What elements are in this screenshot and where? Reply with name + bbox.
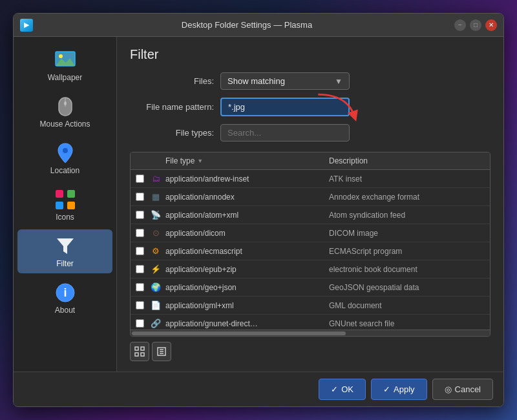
row-filetype-cell: application/andrew-inset (163, 174, 326, 184)
expand-all-button[interactable] (130, 342, 149, 361)
table-row: ⚡ application/epub+zip electronic book d… (131, 260, 490, 278)
row-checkbox-input[interactable] (136, 211, 144, 219)
row-checkbox-input[interactable] (136, 229, 144, 237)
header-description-col: Description (326, 156, 490, 165)
svg-rect-18 (135, 353, 138, 356)
row-checkbox[interactable] (131, 247, 149, 255)
row-checkbox[interactable] (131, 301, 149, 310)
row-checkbox-input[interactable] (136, 247, 144, 255)
row-checkbox[interactable] (131, 174, 149, 183)
sidebar-item-about[interactable]: i About (17, 276, 112, 320)
ok-button[interactable]: ✓ OK (319, 379, 366, 400)
location-icon (54, 142, 77, 165)
sidebar-item-icons[interactable]: Icons (17, 183, 112, 227)
app-icon: ▶ (20, 19, 33, 32)
horizontal-scrollbar[interactable] (131, 330, 490, 336)
apply-check-icon: ✓ (383, 384, 390, 394)
apply-button[interactable]: ✓ Apply (371, 379, 427, 400)
collapse-all-button[interactable] (152, 342, 171, 361)
row-description-cell: Atom syndication feed (326, 211, 490, 220)
file-types-search-input[interactable] (220, 124, 350, 142)
sidebar-item-location[interactable]: Location (17, 136, 112, 180)
file-name-pattern-input[interactable]: *.jpg (220, 98, 350, 116)
files-label: Files: (130, 76, 214, 86)
cancel-label: Cancel (455, 384, 481, 394)
header-checkbox-col (131, 156, 149, 165)
sidebar-item-icons-label: Icons (56, 213, 74, 222)
row-filetype-cell: application/annodex (163, 193, 326, 202)
sidebar-item-wallpaper[interactable]: Wallpaper (17, 43, 112, 87)
cancel-button[interactable]: ◎ Cancel (432, 379, 493, 400)
row-file-icon: ⚙ (149, 246, 163, 256)
row-file-icon: 🗂 (149, 174, 163, 184)
page-title: Filter (130, 47, 491, 62)
table-row: 📄 application/gml+xml GML document (131, 297, 490, 315)
row-file-icon: 🌍 (149, 282, 163, 292)
svg-point-7 (63, 148, 68, 153)
titlebar: ▶ Desktop Folder Settings — Plasma − □ ✕ (14, 14, 503, 37)
row-checkbox[interactable] (131, 211, 149, 219)
svg-rect-10 (56, 202, 63, 209)
row-checkbox-input[interactable] (136, 193, 144, 201)
svg-rect-16 (135, 347, 138, 350)
row-file-icon: ⊙ (149, 228, 163, 238)
header-filetype-col[interactable]: File type ▼ (163, 156, 326, 165)
sidebar-item-wallpaper-label: Wallpaper (48, 73, 83, 82)
sidebar-item-mouse-actions[interactable]: Mouse Actions (17, 90, 112, 134)
file-types-table: File type ▼ Description 🗂 application/an… (130, 152, 491, 337)
bottom-toolbar (130, 337, 491, 361)
files-row: Files: Show matching ▼ (130, 72, 491, 90)
table-header: File type ▼ Description (131, 152, 490, 170)
scrollbar-thumb (132, 331, 346, 335)
sidebar-item-about-label: About (55, 306, 75, 315)
window-title: Desktop Folder Settings — Plasma (39, 20, 454, 30)
row-checkbox-input[interactable] (136, 319, 144, 328)
apply-label: Apply (394, 384, 415, 394)
svg-rect-9 (67, 190, 75, 198)
ok-check-icon: ✓ (331, 384, 338, 394)
collapse-all-icon (156, 346, 167, 357)
svg-rect-8 (56, 190, 63, 198)
row-checkbox-input[interactable] (136, 174, 144, 183)
icons-icon (54, 188, 77, 211)
row-description-cell: electronic book document (326, 265, 490, 274)
ok-label: OK (341, 384, 353, 394)
row-filetype-cell: application/dicom (163, 229, 326, 238)
maximize-button[interactable]: □ (470, 19, 481, 31)
row-filetype-cell: application/geo+json (163, 283, 326, 292)
table-row: 📡 application/atom+xml Atom syndication … (131, 206, 490, 224)
row-checkbox-input[interactable] (136, 283, 144, 291)
table-row: ⊙ application/dicom DICOM image (131, 224, 490, 242)
content-area: Wallpaper Mouse Actions (14, 37, 503, 372)
main-window: ▶ Desktop Folder Settings — Plasma − □ ✕ (13, 13, 504, 407)
minimize-button[interactable]: − (454, 19, 466, 31)
row-checkbox[interactable] (131, 265, 149, 273)
files-dropdown[interactable]: Show matching ▼ (220, 72, 350, 90)
close-button[interactable]: ✕ (485, 19, 497, 31)
sidebar-item-filter[interactable]: Filter (17, 229, 112, 273)
row-checkbox-input[interactable] (136, 301, 144, 310)
row-checkbox[interactable] (131, 193, 149, 201)
row-checkbox[interactable] (131, 283, 149, 291)
row-checkbox[interactable] (131, 229, 149, 237)
expand-all-icon (134, 346, 145, 357)
sort-icon: ▼ (197, 158, 203, 164)
row-filetype-cell: application/ecmascript (163, 247, 326, 256)
row-description-cell: GML document (326, 301, 490, 310)
mouse-icon (54, 95, 77, 118)
svg-rect-17 (141, 347, 144, 350)
svg-marker-12 (57, 238, 74, 254)
svg-point-6 (64, 101, 67, 105)
table-row: ▦ application/annodex Annodex exchange f… (131, 188, 490, 206)
row-description-cell: GNUnet search file (326, 319, 490, 328)
row-description-cell: Annodex exchange format (326, 193, 490, 202)
row-file-icon: 📄 (149, 300, 163, 310)
row-checkbox-input[interactable] (136, 265, 144, 273)
wallpaper-icon (54, 48, 77, 72)
table-row: ⚙ application/ecmascript ECMAScript prog… (131, 242, 490, 260)
sidebar-item-mouse-actions-label: Mouse Actions (39, 120, 90, 129)
table-row: 🗂 application/andrew-inset ATK inset (131, 170, 490, 188)
svg-rect-11 (67, 202, 75, 209)
row-checkbox[interactable] (131, 319, 149, 328)
file-types-row: File types: (130, 124, 491, 142)
